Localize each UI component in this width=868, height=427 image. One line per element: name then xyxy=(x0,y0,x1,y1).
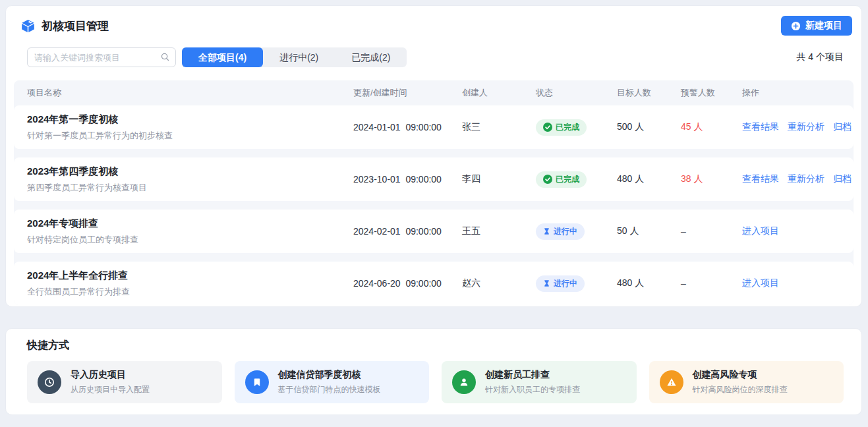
status-badge: 进行中 xyxy=(536,223,585,240)
project-desc: 针对第一季度员工异常行为的初步核查 xyxy=(27,130,353,142)
search-box xyxy=(27,47,176,67)
toolbar: 全部项目(4) 进行中(2) 已完成(2) 共 4 个项目 xyxy=(27,47,848,67)
tab-completed[interactable]: 已完成(2) xyxy=(335,47,407,67)
shortcut-credit-quarterly[interactable]: 创建信贷部季度初核 基于信贷部门特点的快速模板 xyxy=(235,361,430,403)
table-row: 2024年专项排查 针对特定岗位员工的专项排查 2024-02-01 09:00… xyxy=(14,210,854,253)
status-badge: 已完成 xyxy=(536,119,587,136)
project-creator: 张三 xyxy=(462,121,536,133)
enter-project-link[interactable]: 进入项目 xyxy=(742,277,779,289)
new-project-button[interactable]: 新建项目 xyxy=(781,16,852,36)
shortcut-desc: 从历史项目中导入配置 xyxy=(71,384,150,395)
shortcuts-panel: 快捷方式 导入历史项目 从历史项目中导入配置 xyxy=(5,328,862,415)
shortcut-new-employee[interactable]: 创建新员工排查 针对新入职员工的专项排查 xyxy=(442,361,637,403)
table-header: 项目名称 更新/创建时间 创建人 状态 目标人数 预警人数 操作 xyxy=(14,80,854,105)
project-name: 2024年上半年全行排查 xyxy=(27,270,353,282)
warning-count: – xyxy=(681,226,742,237)
table-row: 2023年第四季度初核 第四季度员工异常行为核查项目 2023-10-01 09… xyxy=(14,157,854,201)
shortcut-desc: 基于信贷部门特点的快速模板 xyxy=(278,384,381,395)
status-label: 进行中 xyxy=(554,226,577,237)
warning-icon xyxy=(660,370,683,394)
search-input[interactable] xyxy=(27,47,176,67)
main-panel: 初核项目管理 新建项目 全部项目(4) 进行中(2) 已完 xyxy=(5,5,862,307)
new-project-label: 新建项目 xyxy=(805,20,842,32)
project-creator: 王五 xyxy=(462,225,536,237)
col-target-count: 目标人数 xyxy=(617,87,681,99)
status-label: 已完成 xyxy=(556,174,579,185)
user-icon xyxy=(452,370,476,394)
hourglass-icon xyxy=(543,279,550,287)
shortcut-import-history[interactable]: 导入历史项目 从历史项目中导入配置 xyxy=(27,361,222,403)
col-status: 状态 xyxy=(536,87,617,99)
status-badge: 进行中 xyxy=(536,275,585,292)
cube-icon xyxy=(20,18,36,34)
shortcut-desc: 针对新入职员工的专项排查 xyxy=(485,384,580,395)
target-count: 480 人 xyxy=(617,173,681,185)
target-count: 500 人 xyxy=(617,121,681,133)
table-row: 2024年第一季度初核 针对第一季度员工异常行为的初步核查 2024-01-01… xyxy=(14,105,854,149)
view-results-link[interactable]: 查看结果 xyxy=(742,173,779,185)
shortcut-tiles: 导入历史项目 从历史项目中导入配置 创建信贷部季度初核 基于信贷部门特点的快速模… xyxy=(27,361,844,403)
tab-in-progress[interactable]: 进行中(2) xyxy=(263,47,335,67)
project-time: 2024-01-01 09:00:00 xyxy=(353,122,462,132)
status-badge: 已完成 xyxy=(536,171,587,188)
col-creator: 创建人 xyxy=(462,87,536,99)
shortcut-title: 创建新员工排查 xyxy=(485,369,580,381)
target-count: 480 人 xyxy=(617,277,681,289)
project-name: 2024年第一季度初核 xyxy=(27,113,353,126)
clock-icon xyxy=(38,370,61,394)
project-name: 2023年第四季度初核 xyxy=(27,165,353,178)
total-projects-text: 共 4 个项目 xyxy=(796,51,848,63)
search-icon[interactable] xyxy=(160,52,170,65)
hourglass-icon xyxy=(543,227,550,235)
warning-count: 38 人 xyxy=(681,173,742,185)
col-warning-count: 预警人数 xyxy=(681,87,742,99)
page-header: 初核项目管理 新建项目 xyxy=(6,6,861,36)
shortcut-high-risk[interactable]: 创建高风险专项 针对高风险岗位的深度排查 xyxy=(649,361,844,403)
check-circle-icon xyxy=(543,175,552,184)
col-actions: 操作 xyxy=(742,87,854,99)
view-results-link[interactable]: 查看结果 xyxy=(742,121,779,133)
table-row: 2024年上半年全行排查 全行范围员工异常行为排查 2024-06-20 09:… xyxy=(14,262,854,305)
archive-link[interactable]: 归档 xyxy=(833,173,852,185)
status-label: 进行中 xyxy=(554,278,577,289)
status-label: 已完成 xyxy=(556,122,579,133)
shortcut-title: 创建信贷部季度初核 xyxy=(278,369,381,381)
plus-circle-icon xyxy=(791,21,801,31)
project-time: 2023-10-01 09:00:00 xyxy=(353,174,462,185)
warning-count: 45 人 xyxy=(681,121,742,133)
archive-link[interactable]: 归档 xyxy=(833,121,852,133)
project-name: 2024年专项排查 xyxy=(27,217,353,230)
warning-count: – xyxy=(681,278,742,289)
target-count: 50 人 xyxy=(617,225,681,237)
col-project-name: 项目名称 xyxy=(14,87,353,99)
tab-all-projects[interactable]: 全部项目(4) xyxy=(182,47,263,67)
reanalyze-link[interactable]: 重新分析 xyxy=(788,173,825,185)
reanalyze-link[interactable]: 重新分析 xyxy=(788,121,825,133)
shortcut-desc: 针对高风险岗位的深度排查 xyxy=(693,384,788,395)
bookmark-icon xyxy=(245,370,269,394)
filter-tabs: 全部项目(4) 进行中(2) 已完成(2) xyxy=(182,47,407,67)
project-desc: 全行范围员工异常行为排查 xyxy=(27,286,353,298)
shortcuts-heading: 快捷方式 xyxy=(27,339,844,353)
enter-project-link[interactable]: 进入项目 xyxy=(742,225,779,237)
page-title: 初核项目管理 xyxy=(42,18,109,34)
project-desc: 第四季度员工异常行为核查项目 xyxy=(27,182,353,194)
project-time: 2024-02-01 09:00:00 xyxy=(353,226,462,237)
col-update-time: 更新/创建时间 xyxy=(353,87,462,99)
projects-table: 项目名称 更新/创建时间 创建人 状态 目标人数 预警人数 操作 2024年第一… xyxy=(14,80,854,305)
shortcut-title: 创建高风险专项 xyxy=(693,369,788,381)
project-time: 2024-06-20 09:00:00 xyxy=(353,278,462,289)
check-circle-icon xyxy=(543,123,552,132)
shortcut-title: 导入历史项目 xyxy=(71,369,150,381)
project-desc: 针对特定岗位员工的专项排查 xyxy=(27,234,353,246)
project-creator: 赵六 xyxy=(462,277,536,289)
project-creator: 李四 xyxy=(462,173,536,185)
